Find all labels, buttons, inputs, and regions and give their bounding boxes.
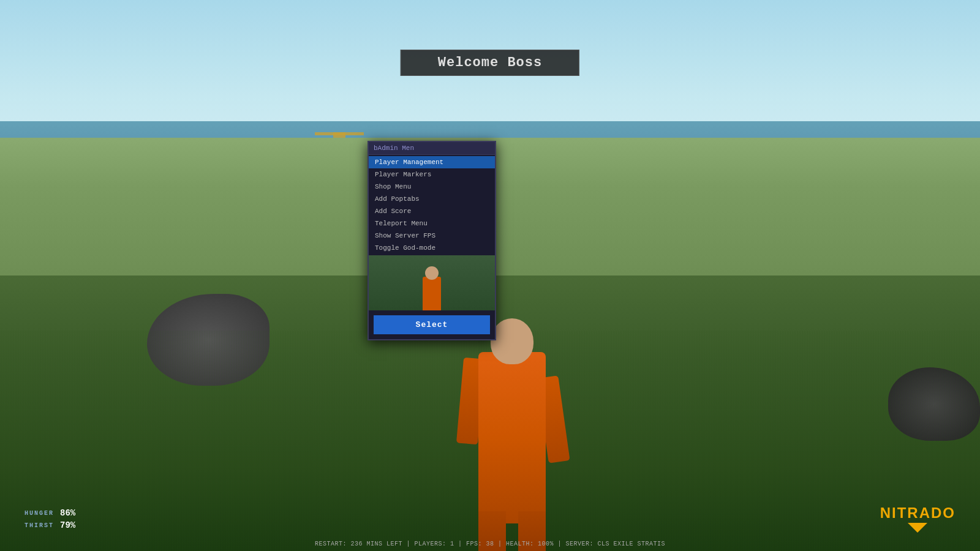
- thirst-stat: THIRST 79%: [24, 520, 75, 530]
- welcome-banner: Welcome Boss: [401, 50, 579, 76]
- status-text: RESTART: 236 MINS LEFT | PLAYERS: 1 | FP…: [315, 541, 665, 547]
- nitrado-diamond-icon: [908, 523, 927, 533]
- dialog-preview: [369, 255, 495, 310]
- menu-item-player-management[interactable]: Player Management: [369, 156, 495, 168]
- hunger-label: HUNGER: [24, 510, 55, 517]
- select-button[interactable]: Select: [374, 315, 490, 334]
- welcome-text: Welcome Boss: [438, 55, 542, 70]
- menu-item-teleport-menu[interactable]: Teleport Menu: [369, 217, 495, 230]
- dialog-title: bAdmin Men: [369, 142, 495, 155]
- char-head: [491, 318, 533, 364]
- menu-item-player-markers[interactable]: Player Markers: [369, 168, 495, 181]
- char-body: [478, 352, 546, 523]
- thirst-label: THIRST: [24, 522, 55, 529]
- thirst-value: 79%: [60, 520, 75, 530]
- crane-arm: [315, 132, 364, 135]
- preview-char-head: [425, 266, 439, 280]
- menu-item-toggle-god-mode[interactable]: Toggle God-mode: [369, 242, 495, 254]
- menu-item-add-poptabs[interactable]: Add Poptabs: [369, 193, 495, 205]
- menu-item-add-score[interactable]: Add Score: [369, 205, 495, 217]
- menu-item-show-server-fps[interactable]: Show Server FPS: [369, 230, 495, 242]
- nitrado-logo: NITRADO: [880, 504, 956, 533]
- status-bar: RESTART: 236 MINS LEFT | PLAYERS: 1 | FP…: [315, 541, 665, 547]
- preview-char-body: [423, 277, 441, 310]
- menu-list: Player Management Player Markers Shop Me…: [369, 155, 495, 255]
- hud-stats: HUNGER 86% THIRST 79%: [24, 508, 75, 533]
- menu-item-shop-menu[interactable]: Shop Menu: [369, 181, 495, 193]
- hunger-stat: HUNGER 86%: [24, 508, 75, 518]
- admin-dialog: bAdmin Men Player Management Player Mark…: [368, 141, 496, 340]
- nitrado-text: NITRADO: [880, 504, 956, 522]
- hunger-value: 86%: [60, 508, 75, 518]
